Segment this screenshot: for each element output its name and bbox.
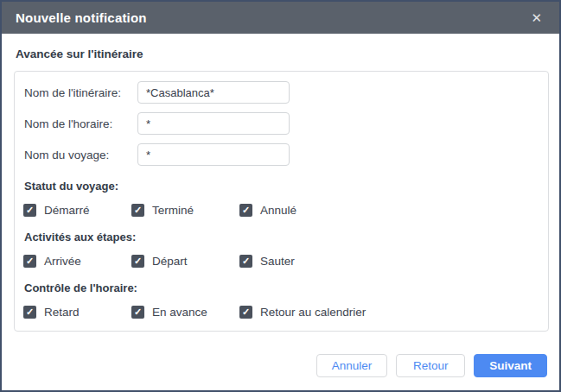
checkmark-icon: ✓	[134, 256, 142, 266]
trip-name-input[interactable]	[137, 143, 290, 166]
checkmark-icon: ✓	[134, 205, 142, 215]
checkbox-box: ✓	[131, 255, 144, 268]
checkbox-label: Sauter	[260, 255, 295, 268]
itinerary-name-input[interactable]	[137, 81, 290, 104]
checkmark-icon: ✓	[26, 205, 34, 215]
checkmark-icon: ✓	[242, 256, 250, 266]
close-icon[interactable]: ✕	[527, 9, 545, 26]
checkmark-icon: ✓	[242, 307, 250, 317]
schedule-name-input[interactable]	[137, 112, 290, 135]
dialog-title: Nouvelle notification	[16, 10, 147, 25]
checkbox-label: Annulé	[260, 204, 296, 217]
checkbox-box: ✓	[239, 255, 252, 268]
stop-activities-group-title: Activités aux étapes:	[24, 231, 538, 243]
checkbox-demarre[interactable]: ✓ Démarré	[23, 204, 131, 217]
checkbox-box: ✓	[131, 204, 144, 217]
checkmark-icon: ✓	[134, 307, 142, 317]
checkbox-label: Démarré	[44, 204, 90, 217]
checkbox-box: ✓	[23, 204, 36, 217]
checkbox-depart[interactable]: ✓ Départ	[131, 255, 239, 268]
field-row-schedule: Nom de l'horaire:	[23, 112, 538, 135]
checkbox-label: Arrivée	[44, 255, 81, 268]
schedule-control-options: ✓ Retard ✓ En avance ✓ Retour au calendr…	[23, 306, 538, 319]
trip-name-label: Nom du voyage:	[23, 149, 137, 161]
new-notification-dialog: Nouvelle notification ✕ Avancée sur l'it…	[0, 0, 561, 392]
dialog-titlebar: Nouvelle notification ✕	[2, 2, 559, 34]
schedule-control-group-title: Contrôle de l'horaire:	[24, 281, 538, 294]
checkbox-label: Départ	[152, 255, 188, 268]
filter-fieldset: Nom de l'itinéraire: Nom de l'horaire: N…	[14, 71, 549, 332]
itinerary-name-label: Nom de l'itinéraire:	[23, 86, 137, 99]
trip-status-options: ✓ Démarré ✓ Terminé ✓ Annulé	[23, 204, 538, 217]
checkbox-arrivee[interactable]: ✓ Arrivée	[23, 255, 131, 268]
schedule-name-label: Nom de l'horaire:	[23, 117, 137, 130]
checkbox-label: Terminé	[152, 204, 194, 217]
checkbox-termine[interactable]: ✓ Terminé	[131, 204, 239, 217]
checkbox-label: En avance	[152, 306, 207, 319]
checkbox-annule[interactable]: ✓ Annulé	[239, 204, 296, 217]
checkbox-retard[interactable]: ✓ Retard	[23, 306, 131, 319]
cancel-button[interactable]: Annuler	[316, 354, 388, 377]
checkmark-icon: ✓	[26, 307, 34, 317]
checkbox-box: ✓	[131, 306, 144, 319]
checkbox-en-avance[interactable]: ✓ En avance	[131, 306, 239, 319]
checkbox-box: ✓	[239, 306, 252, 319]
section-heading: Avancée sur l'itinéraire	[16, 47, 549, 60]
field-row-itinerary: Nom de l'itinéraire:	[23, 81, 538, 104]
back-button[interactable]: Retour	[396, 354, 465, 377]
checkbox-label: Retard	[44, 306, 80, 319]
checkbox-box: ✓	[23, 306, 36, 319]
checkbox-label: Retour au calendrier	[260, 306, 366, 319]
dialog-footer: Annuler Retour Suivant	[2, 354, 559, 390]
checkbox-retour-au-calendrier[interactable]: ✓ Retour au calendrier	[239, 306, 366, 319]
dialog-body: Avancée sur l'itinéraire Nom de l'itinér…	[2, 34, 559, 354]
checkbox-box: ✓	[239, 204, 252, 217]
trip-status-group-title: Statut du voyage:	[24, 180, 538, 193]
checkbox-box: ✓	[23, 255, 36, 268]
checkmark-icon: ✓	[242, 205, 250, 215]
field-row-trip: Nom du voyage:	[23, 143, 538, 166]
next-button[interactable]: Suivant	[474, 354, 547, 377]
checkbox-sauter[interactable]: ✓ Sauter	[239, 255, 295, 268]
checkmark-icon: ✓	[26, 256, 34, 266]
stop-activities-options: ✓ Arrivée ✓ Départ ✓ Sauter	[23, 255, 538, 268]
